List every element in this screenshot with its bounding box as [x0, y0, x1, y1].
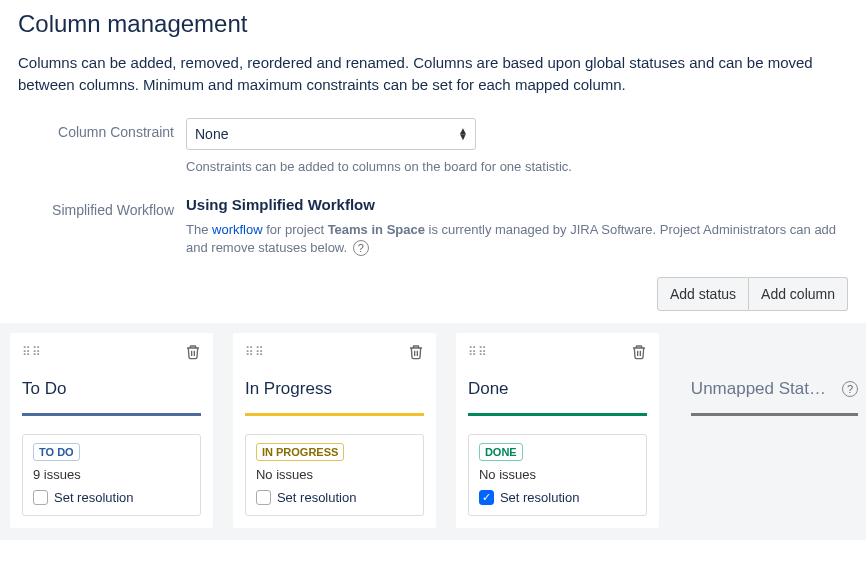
- status-badge: DONE: [479, 443, 523, 461]
- board-column: ⠿⠿In ProgressIN PROGRESSNo issuesSet res…: [233, 333, 436, 528]
- column-title[interactable]: In Progress: [245, 379, 424, 399]
- workflow-project-name: Teams in Space: [328, 222, 425, 237]
- status-card[interactable]: TO DO9 issuesSet resolution: [22, 434, 201, 516]
- issue-count: No issues: [479, 467, 636, 482]
- trash-icon[interactable]: [631, 344, 647, 360]
- resolution-checkbox[interactable]: ✓: [479, 490, 494, 505]
- column-underline: [468, 413, 647, 416]
- drag-handle-icon[interactable]: ⠿⠿: [22, 350, 42, 355]
- unmapped-column: Unmapped Stat…?: [679, 333, 866, 528]
- board-columns: ⠿⠿To DoTO DO9 issuesSet resolution⠿⠿In P…: [0, 323, 866, 540]
- board-column: ⠿⠿To DoTO DO9 issuesSet resolution: [10, 333, 213, 528]
- column-underline: [22, 413, 201, 416]
- resolution-checkbox[interactable]: [256, 490, 271, 505]
- workflow-label: Simplified Workflow: [18, 196, 186, 218]
- resolution-label: Set resolution: [277, 490, 357, 505]
- workflow-title: Using Simplified Workflow: [186, 196, 848, 213]
- add-column-button[interactable]: Add column: [749, 277, 848, 311]
- constraint-label: Column Constraint: [18, 118, 186, 140]
- issue-count: No issues: [256, 467, 413, 482]
- column-underline: [245, 413, 424, 416]
- status-badge: IN PROGRESS: [256, 443, 344, 461]
- help-icon[interactable]: ?: [353, 240, 369, 256]
- workflow-link[interactable]: workflow: [212, 222, 263, 237]
- column-title[interactable]: To Do: [22, 379, 201, 399]
- trash-icon[interactable]: [185, 344, 201, 360]
- drag-handle-icon[interactable]: ⠿⠿: [245, 350, 265, 355]
- trash-icon[interactable]: [408, 344, 424, 360]
- constraint-select[interactable]: None: [186, 118, 476, 150]
- status-badge: TO DO: [33, 443, 80, 461]
- constraint-helper: Constraints can be added to columns on t…: [186, 158, 848, 176]
- column-title[interactable]: Done: [468, 379, 647, 399]
- page-description: Columns can be added, removed, reordered…: [18, 52, 848, 96]
- status-card[interactable]: DONENo issues✓Set resolution: [468, 434, 647, 516]
- board-column: ⠿⠿DoneDONENo issues✓Set resolution: [456, 333, 659, 528]
- workflow-helper: The workflow for project Teams in Space …: [186, 221, 848, 257]
- workflow-helper-pre: The: [186, 222, 212, 237]
- add-status-button[interactable]: Add status: [657, 277, 749, 311]
- resolution-label: Set resolution: [54, 490, 134, 505]
- unmapped-title: Unmapped Stat…: [691, 379, 836, 399]
- status-card[interactable]: IN PROGRESSNo issuesSet resolution: [245, 434, 424, 516]
- resolution-label: Set resolution: [500, 490, 580, 505]
- drag-handle-icon[interactable]: ⠿⠿: [468, 350, 488, 355]
- column-underline: [691, 413, 858, 416]
- workflow-helper-mid: for project: [263, 222, 328, 237]
- page-title: Column management: [18, 10, 848, 38]
- resolution-checkbox[interactable]: [33, 490, 48, 505]
- help-icon[interactable]: ?: [842, 381, 858, 397]
- issue-count: 9 issues: [33, 467, 190, 482]
